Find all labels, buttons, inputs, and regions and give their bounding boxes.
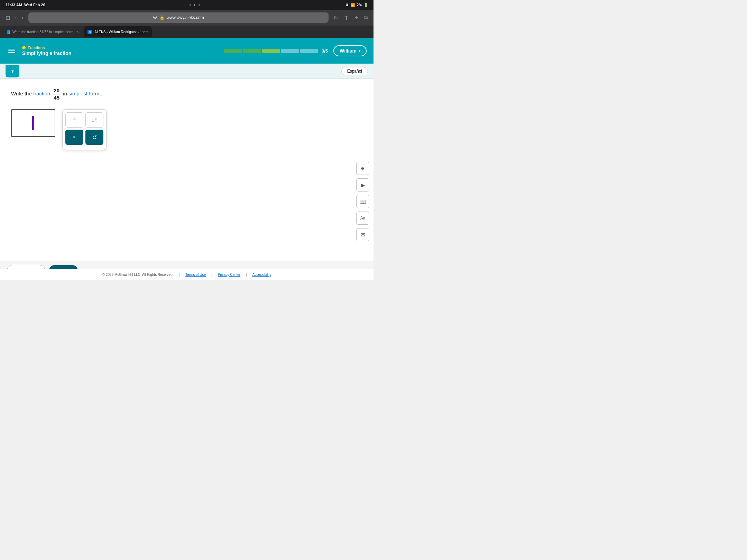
user-menu-button[interactable]: William ▾	[333, 45, 367, 56]
denominator: 45	[53, 94, 60, 101]
browser-nav: ⊞ ‹ ›	[4, 14, 25, 22]
tab-icon-2: A	[87, 30, 93, 34]
footer-links-bar: © 2025 McGraw Hill LLC. All Rights Reser…	[0, 269, 374, 280]
separator-1: |	[179, 273, 180, 277]
calculator-button[interactable]: 🖩	[356, 162, 369, 175]
date: Wed Feb 26	[24, 3, 45, 7]
battery-icon: 🔋	[364, 3, 368, 7]
tab-fraction-question[interactable]: 📘 Write the fraction 81/72 in simplest f…	[3, 26, 83, 37]
breadcrumb-text: Fractions	[28, 46, 45, 50]
text-cursor	[32, 116, 34, 130]
status-bar: 11:33 AM Wed Feb 26 • • • 🖥 📶 2% 🔋	[0, 0, 374, 10]
user-name: William	[340, 48, 357, 54]
undo-icon: ↺	[92, 134, 97, 141]
status-bar-left: 11:33 AM Wed Feb 26	[6, 3, 45, 7]
glossary-button[interactable]: 📖	[356, 195, 369, 208]
clear-icon: ×	[73, 134, 76, 140]
keypad: □ □ □ □ □	[62, 109, 107, 150]
wifi-icon: 📶	[351, 3, 355, 7]
status-bar-right: 🖥 📶 2% 🔋	[345, 3, 368, 7]
book-icon: 📖	[359, 198, 366, 205]
status-bar-center: • • •	[190, 3, 201, 7]
separator-2: |	[211, 273, 212, 277]
sub-header: ▾ Español	[0, 64, 374, 79]
privacy-link[interactable]: Privacy Center	[218, 273, 241, 277]
tab-aleks-learn[interactable]: A ALEKS - William Rodriguez - Learn	[84, 26, 152, 37]
prog-seg-2	[243, 49, 261, 53]
status-dot	[22, 46, 26, 49]
video-icon: ▶	[361, 182, 365, 188]
accessibility-link[interactable]: Accessibility	[252, 273, 271, 277]
espanol-label: Español	[347, 69, 362, 74]
separator-3: |	[246, 273, 247, 277]
copyright-text: © 2025 McGraw Hill LLC. All Rights Reser…	[102, 273, 174, 277]
prog-seg-5	[300, 49, 318, 53]
lock-icon: 🔒	[159, 15, 165, 20]
battery-text: 2%	[357, 3, 362, 7]
tab-label-2: ALEKS - William Rodriguez - Learn	[94, 30, 148, 34]
sidebar-toggle-button[interactable]: ⊞	[4, 14, 11, 22]
mixed-number-button[interactable]: □ □ □	[85, 112, 103, 128]
new-tab-button[interactable]: +	[353, 14, 359, 21]
tabs-button[interactable]: ⧉	[363, 14, 369, 21]
video-button[interactable]: ▶	[356, 178, 369, 192]
mail-button[interactable]: ✉	[356, 228, 369, 241]
tab-icon-1: 📘	[6, 30, 10, 34]
dots: • • •	[190, 3, 201, 7]
page-title: Simplifying a fraction	[22, 50, 219, 56]
screen-icon: 🖥	[345, 3, 349, 7]
fraction-button[interactable]: □ □	[65, 112, 83, 128]
progress-text: 3/5	[322, 48, 328, 54]
question-text: Write the fraction 20 45 in simplest for…	[11, 87, 362, 101]
back-button[interactable]: ‹	[13, 14, 18, 21]
fraction-display: 20 45	[53, 87, 60, 101]
browser-actions: ↻ ⬆ + ⧉	[332, 14, 369, 22]
prog-seg-3	[262, 49, 280, 53]
numerator: 20	[53, 87, 60, 94]
font-icon: Aa	[360, 216, 366, 221]
undo-button[interactable]: ↺	[85, 130, 103, 145]
share-button[interactable]: ⬆	[343, 14, 350, 22]
page-wrapper: 11:33 AM Wed Feb 26 • • • 🖥 📶 2% 🔋 ⊞ ‹ ›…	[0, 0, 374, 280]
aleks-header: Fractions Simplifying a fraction 3/5 Wil…	[0, 38, 374, 64]
menu-button[interactable]	[7, 47, 17, 54]
address-bar[interactable]: AA 🔒 www-awy.aleks.com	[28, 12, 329, 23]
aa-label: AA	[153, 16, 157, 20]
header-title-area: Fractions Simplifying a fraction	[22, 46, 219, 56]
espanol-button[interactable]: Español	[341, 67, 368, 75]
mixed-number-icon: □ □ □	[92, 118, 97, 122]
browser-chrome: ⊞ ‹ › AA 🔒 www-awy.aleks.com ↻ ⬆ + ⧉	[0, 10, 374, 26]
prog-seg-1	[224, 49, 242, 53]
mail-icon: ✉	[361, 232, 365, 238]
clear-button[interactable]: ×	[65, 130, 83, 145]
chevron-down-icon: ▾	[359, 49, 360, 53]
url-text: www-awy.aleks.com	[167, 15, 204, 20]
answer-input-box[interactable]	[11, 109, 55, 137]
keypad-row-1: □ □ □ □ □	[65, 112, 103, 128]
font-button[interactable]: Aa	[356, 212, 369, 225]
terms-link[interactable]: Terms of Use	[185, 273, 206, 277]
fraction-icon: □ □	[73, 117, 76, 123]
forward-button[interactable]: ›	[20, 14, 25, 21]
keypad-row-2: × ↺	[65, 130, 103, 145]
time: 11:33 AM	[6, 3, 22, 7]
main-content: Write the fraction 20 45 in simplest for…	[0, 79, 374, 272]
tab-label-1: Write the fraction 81/72 in simplest for…	[12, 30, 74, 34]
prog-seg-4	[281, 49, 299, 53]
simplest-form-link[interactable]: simplest form	[68, 91, 101, 96]
right-sidebar: 🖩 ▶ 📖 Aa ✉	[356, 162, 369, 241]
fraction-link[interactable]: fraction	[33, 91, 52, 96]
progress-bar	[224, 49, 318, 53]
breadcrumb: Fractions	[22, 46, 219, 50]
expand-button[interactable]: ▾	[6, 65, 19, 77]
calculator-icon: 🖩	[360, 165, 366, 171]
content-area: Write the fraction 20 45 in simplest for…	[0, 79, 374, 280]
tab-bar: 📘 Write the fraction 81/72 in simplest f…	[0, 26, 374, 38]
answer-area: □ □ □ □ □	[11, 109, 362, 150]
question-suffix: .	[101, 91, 102, 96]
question-middle: in	[63, 91, 67, 96]
progress-area: 3/5	[224, 48, 328, 54]
tab-close-1[interactable]: ✕	[76, 30, 79, 34]
reload-button[interactable]: ↻	[332, 14, 339, 22]
question-prefix: Write the	[11, 91, 32, 96]
